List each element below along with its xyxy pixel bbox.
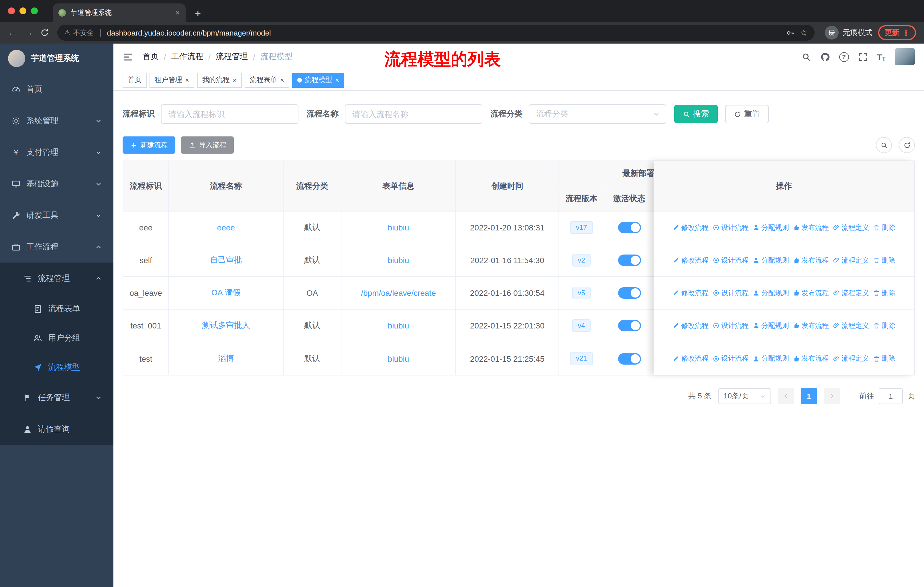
window-close-button[interactable]: [8, 7, 15, 14]
password-key-icon[interactable]: [785, 28, 794, 37]
active-toggle[interactable]: [618, 287, 641, 299]
import-process-button[interactable]: 导入流程: [181, 136, 234, 154]
process-name-link[interactable]: 测试多审批人: [202, 321, 250, 331]
action-delete[interactable]: 删除: [873, 255, 895, 265]
active-toggle[interactable]: [618, 320, 641, 331]
close-icon[interactable]: ×: [185, 76, 189, 83]
form-info-link[interactable]: biubiu: [388, 223, 409, 232]
action-publish-process[interactable]: 发布流程: [793, 288, 829, 298]
action-assign-rule[interactable]: 分配规则: [753, 288, 789, 298]
form-info-link[interactable]: biubiu: [388, 354, 409, 363]
close-icon[interactable]: ×: [233, 76, 237, 83]
active-toggle[interactable]: [618, 353, 641, 364]
sidebar-item-home[interactable]: 首页: [0, 73, 114, 105]
tag-home[interactable]: 首页: [122, 73, 147, 88]
sidebar-logo[interactable]: 芋道管理系统: [0, 43, 114, 73]
action-process-definition[interactable]: 流程定义: [833, 354, 869, 364]
next-page-button[interactable]: [824, 388, 840, 404]
breadcrumb-item[interactable]: 工作流程: [171, 51, 203, 62]
tag-my-process[interactable]: 我的流程 ×: [197, 73, 242, 88]
form-info-link[interactable]: biubiu: [388, 321, 409, 330]
action-design-process[interactable]: 设计流程: [713, 255, 749, 265]
create-process-button[interactable]: 新建流程: [122, 136, 175, 154]
sidebar-item-payment[interactable]: ¥ 支付管理: [0, 136, 114, 168]
goto-page-input[interactable]: [879, 388, 903, 404]
page-size-select[interactable]: 10条/页: [718, 388, 771, 404]
action-publish-process[interactable]: 发布流程: [793, 255, 829, 265]
action-edit-process[interactable]: 修改流程: [673, 255, 709, 265]
sidebar-item-task-management[interactable]: 任务管理: [0, 382, 114, 413]
action-design-process[interactable]: 设计流程: [713, 223, 749, 232]
tag-process-model[interactable]: 流程模型 ×: [292, 73, 344, 88]
action-process-definition[interactable]: 流程定义: [833, 288, 869, 298]
new-tab-button[interactable]: [194, 9, 202, 18]
sidebar-item-devtools[interactable]: 研发工具: [0, 200, 114, 231]
action-design-process[interactable]: 设计流程: [713, 321, 749, 331]
action-delete[interactable]: 删除: [873, 354, 895, 364]
browser-update-button[interactable]: 更新 ⋮: [878, 25, 916, 40]
process-name-link[interactable]: 滔博: [218, 354, 234, 364]
github-icon[interactable]: [820, 52, 830, 62]
form-info-link[interactable]: biubiu: [388, 256, 409, 265]
refresh-table-button[interactable]: [899, 137, 915, 153]
process-name-link[interactable]: eeee: [217, 223, 235, 232]
hamburger-menu-icon[interactable]: [122, 51, 134, 62]
forward-button[interactable]: →: [21, 28, 37, 38]
action-assign-rule[interactable]: 分配规则: [753, 321, 789, 331]
search-button[interactable]: 搜索: [674, 105, 718, 123]
sidebar-item-workflow[interactable]: 工作流程: [0, 231, 114, 263]
active-toggle[interactable]: [618, 222, 641, 233]
browser-menu-dots-icon[interactable]: ⋮: [902, 28, 910, 37]
action-edit-process[interactable]: 修改流程: [673, 223, 709, 232]
font-size-icon[interactable]: TT: [877, 52, 886, 62]
sidebar-item-system[interactable]: 系统管理: [0, 105, 114, 136]
browser-tab[interactable]: 芋道管理系统 ×: [53, 3, 186, 22]
action-design-process[interactable]: 设计流程: [713, 288, 749, 298]
active-toggle[interactable]: [618, 255, 641, 266]
process-name-input[interactable]: [345, 104, 482, 124]
reset-button[interactable]: 重置: [725, 105, 769, 123]
action-assign-rule[interactable]: 分配规则: [753, 223, 789, 232]
action-process-definition[interactable]: 流程定义: [833, 255, 869, 265]
action-delete[interactable]: 删除: [873, 288, 895, 298]
process-name-link[interactable]: OA 请假: [211, 288, 241, 298]
action-delete[interactable]: 删除: [873, 321, 895, 331]
user-avatar[interactable]: [895, 48, 915, 65]
sidebar-item-process-form[interactable]: 流程表单: [0, 294, 114, 323]
action-edit-process[interactable]: 修改流程: [673, 321, 709, 331]
fullscreen-icon[interactable]: [858, 52, 868, 62]
sidebar-item-leave-query[interactable]: 请假查询: [0, 413, 114, 445]
action-design-process[interactable]: 设计流程: [713, 354, 749, 364]
action-edit-process[interactable]: 修改流程: [673, 288, 709, 298]
action-assign-rule[interactable]: 分配规则: [753, 255, 789, 265]
action-process-definition[interactable]: 流程定义: [833, 321, 869, 331]
window-zoom-button[interactable]: [31, 7, 38, 14]
form-info-link[interactable]: /bpm/oa/leave/create: [361, 288, 436, 298]
sidebar-item-user-group[interactable]: 用户分组: [0, 323, 114, 352]
breadcrumb-item[interactable]: 首页: [143, 51, 159, 62]
close-icon[interactable]: ×: [280, 76, 284, 83]
prev-page-button[interactable]: [778, 388, 794, 404]
action-process-definition[interactable]: 流程定义: [833, 223, 869, 232]
action-delete[interactable]: 删除: [873, 223, 895, 232]
window-minimize-button[interactable]: [20, 7, 26, 14]
toggle-search-button[interactable]: [876, 137, 892, 153]
process-category-select[interactable]: 流程分类: [529, 104, 666, 124]
breadcrumb-item[interactable]: 流程管理: [216, 51, 248, 62]
help-icon[interactable]: ?: [839, 52, 849, 62]
action-publish-process[interactable]: 发布流程: [793, 354, 829, 364]
tab-close-icon[interactable]: ×: [175, 8, 180, 17]
sidebar-item-process-management[interactable]: 流程管理: [0, 263, 114, 294]
close-icon[interactable]: ×: [335, 76, 339, 83]
tag-tenant[interactable]: 租户管理 ×: [150, 73, 194, 88]
action-publish-process[interactable]: 发布流程: [793, 223, 829, 232]
url-bar[interactable]: ⚠ 不安全 dashboard.yudao.iocoder.cn/bpm/man…: [57, 25, 815, 41]
process-name-link[interactable]: 自己审批: [210, 255, 242, 265]
action-assign-rule[interactable]: 分配规则: [753, 354, 789, 364]
process-id-input[interactable]: [161, 104, 299, 124]
action-edit-process[interactable]: 修改流程: [673, 354, 709, 364]
search-icon[interactable]: [801, 52, 811, 62]
action-publish-process[interactable]: 发布流程: [793, 321, 829, 331]
bookmark-star-icon[interactable]: ☆: [800, 28, 808, 38]
back-button[interactable]: ←: [5, 28, 21, 38]
